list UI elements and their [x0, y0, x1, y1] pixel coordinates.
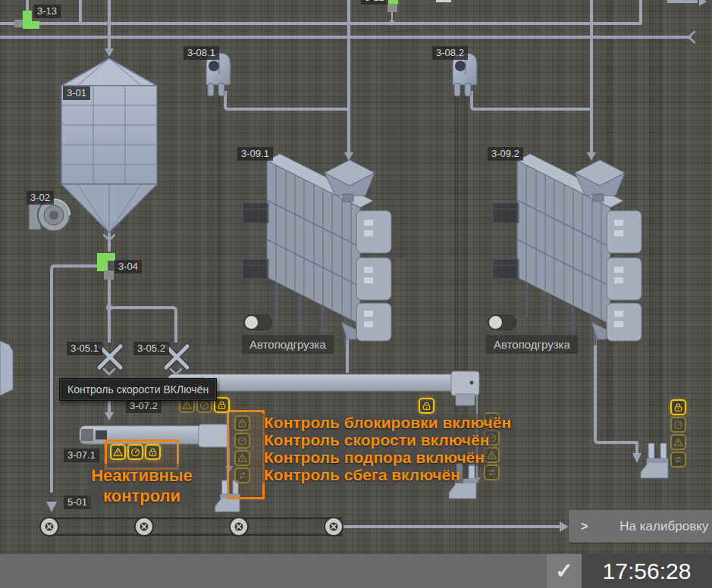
valve-3-04[interactable]: [97, 253, 115, 280]
gauge-icon[interactable]: [234, 433, 250, 449]
annotation-line: Контроль сбега включён: [261, 466, 463, 483]
active-controls-annotation: Контроль блокировки включён Контроль ско…: [261, 414, 514, 483]
swap-icon[interactable]: [234, 468, 250, 483]
elevator-right[interactable]: [641, 443, 668, 478]
autoload-label-2: Автоподгрузка: [486, 335, 578, 354]
confirm-button[interactable]: ✓: [547, 554, 582, 588]
annotation-line: Контроль скорости включён: [261, 431, 492, 449]
annotation-line: Неактивные: [88, 465, 196, 486]
equipment-tag-3-09-1: 3-09.1: [237, 147, 273, 161]
lock-icon[interactable]: [670, 399, 686, 415]
equipment-tag-3-13: 3-13: [33, 5, 61, 18]
toggle-knob: [489, 316, 502, 329]
controls-conveyor-head: [419, 398, 434, 414]
scada-mimic-screen: 3-13 3-12 3-01 3-02 3-04 3-05.1 3-05.2 3…: [0, 0, 712, 588]
equipment-tag-3-07-2: 3-07.2: [126, 399, 162, 413]
equipment-tag-3-08-1: 3-08.1: [183, 46, 219, 60]
annotation-line: Контроль блокировки включён: [261, 414, 514, 431]
silo-3-01[interactable]: [61, 58, 157, 233]
annotation-line: Контроль подпора включён: [261, 449, 488, 466]
warning-icon[interactable]: [670, 434, 686, 450]
equipment-tag-3-07-1: 3-07.1: [64, 449, 99, 462]
equipment-tag-3-08-2: 3-08.2: [432, 46, 468, 60]
equipment-tag-5-01: 5-01: [64, 496, 91, 509]
autoload-label-1: Автоподгрузка: [242, 335, 334, 354]
equipment-tag-3-05-2: 3-05.2: [133, 342, 169, 355]
clock-time: 17:56:28: [603, 558, 692, 584]
equipment-tag-3-05-1: 3-05.1: [67, 342, 102, 355]
toggle-knob: [245, 316, 258, 329]
calibration-button-label: На калибровку: [619, 519, 708, 534]
equipment-tag-3-04: 3-04: [114, 260, 142, 274]
clock-panel: 17:56:28: [582, 554, 712, 588]
equipment-tag-3-01: 3-01: [63, 86, 90, 100]
equipment-tag-3-09-2: 3-09.2: [488, 147, 523, 161]
equipment-tag-3-02: 3-02: [27, 191, 54, 205]
autoload-toggle-1[interactable]: [243, 314, 272, 330]
status-bar: ✓ 17:56:28: [0, 554, 712, 588]
warning-icon[interactable]: [110, 444, 126, 460]
annotation-line: контроли: [88, 486, 196, 506]
gate-valve-3-05-2[interactable]: [166, 346, 187, 368]
speed-control-tooltip: Контроль скорости ВКЛючён: [59, 378, 217, 401]
lock-icon[interactable]: [145, 444, 161, 460]
lock-icon[interactable]: [419, 398, 434, 414]
autoload-toggle-2[interactable]: [488, 314, 516, 330]
partial-bin: [0, 341, 13, 396]
inactive-controls-annotation: Неактивные контроли: [88, 464, 196, 508]
dryer-3-09-2[interactable]: [493, 154, 641, 346]
controls-elevator-right: [670, 399, 686, 468]
conveyor-5-01[interactable]: [40, 518, 343, 536]
lock-icon[interactable]: [234, 415, 250, 431]
equipment-tag-3-12: 3-12: [361, 0, 388, 5]
warning-icon[interactable]: [234, 450, 250, 466]
gauge-icon[interactable]: [127, 444, 143, 460]
gauge-icon[interactable]: [670, 417, 686, 433]
calibration-button[interactable]: > На калибровку: [569, 510, 712, 543]
swap-icon[interactable]: [670, 452, 686, 468]
gate-valve-3-05-1[interactable]: [99, 346, 121, 368]
status-bar-left: [0, 554, 547, 588]
checkmark-icon: ✓: [555, 558, 572, 583]
chevron-right-icon: >: [581, 520, 588, 533]
controls-elevator-left: [234, 415, 250, 483]
controls-conveyor-3-07-1: [110, 444, 161, 460]
